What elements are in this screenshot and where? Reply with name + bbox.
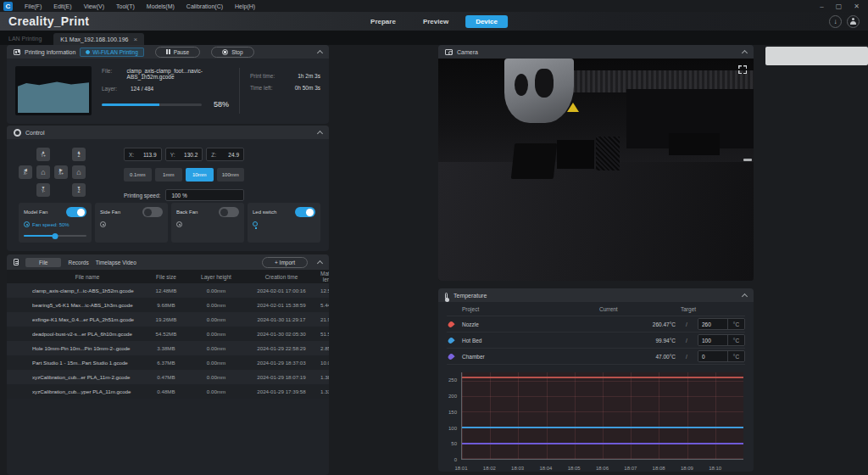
tab-file[interactable]: File xyxy=(25,258,61,267)
badge-label: Wi-Fi/LAN Printing xyxy=(92,49,137,55)
menu-models[interactable]: Models(M) xyxy=(147,3,175,9)
divider xyxy=(239,68,240,114)
home-xy-button[interactable]: ⌂ xyxy=(36,165,50,179)
jog-y-minus-button[interactable]: ▼Y- xyxy=(36,183,50,197)
step-0.1mm-button[interactable]: 0.1mm xyxy=(124,168,152,182)
v-gridline xyxy=(659,372,659,459)
layer-value: 124 / 484 xyxy=(131,86,153,92)
lan-printing-label[interactable]: LAN Printing xyxy=(8,36,42,45)
step-100mm-button[interactable]: 100mm xyxy=(217,168,245,182)
table-row[interactable]: xyzCalibration_cub...yper PLA_11m.gcode0… xyxy=(7,384,329,399)
collapse-chevron-icon[interactable] xyxy=(317,50,323,56)
camera-title: Camera xyxy=(457,49,478,55)
progress-percent: 58% xyxy=(214,100,229,109)
window-close-icon[interactable]: ✕ xyxy=(854,3,860,10)
device-tab-close-icon[interactable]: × xyxy=(133,36,137,43)
window-minimize-icon[interactable]: – xyxy=(820,3,823,10)
y-tick-label: 200 xyxy=(448,394,457,399)
v-gridline xyxy=(687,372,688,459)
jog-x-minus-button[interactable]: ◀X- xyxy=(19,165,32,179)
collapse-chevron-icon[interactable] xyxy=(317,131,323,137)
z-position-field[interactable]: Z:24.9 xyxy=(206,148,244,161)
hotbed-temp-icon xyxy=(447,336,454,344)
menu-help[interactable]: Help(H) xyxy=(235,3,255,9)
jog-x-plus-button[interactable]: ▶X+ xyxy=(54,165,68,179)
nav-tab-prepare[interactable]: Prepare xyxy=(360,15,406,28)
collapse-chevron-icon[interactable] xyxy=(317,260,323,266)
chamber-label: Chamber xyxy=(462,354,485,360)
x-tick-label: 18:03 xyxy=(511,466,524,471)
stop-button[interactable]: Stop xyxy=(211,47,253,58)
pause-label: Pause xyxy=(174,49,189,55)
jog-z-down-button[interactable]: ▼Z xyxy=(72,183,86,197)
led-switch-toggle[interactable] xyxy=(295,207,315,217)
nozzle-target-field[interactable] xyxy=(698,319,727,329)
nav-tab-preview[interactable]: Preview xyxy=(413,15,459,28)
hotbed-target-field[interactable] xyxy=(698,335,727,345)
home-icon: ⌂ xyxy=(41,169,45,176)
x-tick-label: 18:06 xyxy=(596,466,609,471)
side-fan-toggle[interactable] xyxy=(142,207,163,217)
fan-speed-slider[interactable] xyxy=(24,235,86,237)
hotbed-temp-row: Hot Bed 99.94°C / °C xyxy=(447,332,745,349)
import-button[interactable]: + Import xyxy=(262,257,308,268)
hotbed-target-input[interactable]: °C xyxy=(698,334,745,346)
table-row[interactable]: deadpool-bust-v2-s...er PLA_6h10m.gcode5… xyxy=(7,327,329,341)
table-row[interactable]: xyzCalibration_cub...er PLA_11m-2.gcode0… xyxy=(7,370,329,384)
step-1mm-button[interactable]: 1mm xyxy=(155,168,183,182)
control-title: Control xyxy=(25,130,45,136)
chamber-target-input[interactable]: °C xyxy=(698,350,745,362)
fullscreen-expand-icon[interactable] xyxy=(738,65,747,74)
temperature-panel: Temperature Project Current Target Nozzl… xyxy=(438,288,754,472)
table-row[interactable]: Part Studio 1 - 15m...Part Studio 1.gcod… xyxy=(7,355,329,370)
jog-y-plus-button[interactable]: ▲Y+ xyxy=(36,148,50,161)
table-row[interactable]: clamp_axis-clamp_f...ic-ABS_1h52m.gcode1… xyxy=(7,283,329,298)
col-target: Target xyxy=(681,306,733,312)
model-fan-toggle[interactable] xyxy=(66,207,86,217)
light-panel xyxy=(765,47,868,65)
menu-tool[interactable]: Tool(T) xyxy=(116,3,135,9)
pause-button[interactable]: Pause xyxy=(155,47,200,58)
menu-edit[interactable]: Edit(E) xyxy=(53,3,71,9)
step-10mm-button[interactable]: 10mm xyxy=(186,168,214,182)
table-row[interactable]: bearing5_v6-K1 Max...ic-ABS_1h3m.gcode9.… xyxy=(7,298,329,312)
window-maximize-icon[interactable]: ▢ xyxy=(836,3,843,10)
collapse-chevron-icon[interactable] xyxy=(742,293,748,299)
back-fan-toggle[interactable] xyxy=(219,207,239,217)
download-button[interactable]: ↓ xyxy=(829,15,842,28)
nav-tab-device[interactable]: Device xyxy=(465,15,508,28)
file-table-body: clamp_axis-clamp_f...ic-ABS_1h52m.gcode1… xyxy=(7,283,329,399)
x-tick-label: 18:05 xyxy=(568,466,581,471)
tab-timelapse-video[interactable]: Timelapse Video xyxy=(96,260,136,265)
fan-speed-knob[interactable] xyxy=(53,233,58,239)
tab-records[interactable]: Records xyxy=(68,260,88,265)
x-position-field[interactable]: X:113.9 xyxy=(124,148,162,161)
print-head-cutout xyxy=(535,69,554,98)
jog-z-up-button[interactable]: ▲Z xyxy=(72,148,86,161)
table-row[interactable]: Hole 10mm-Pin 10m...Pin 10mm-2-.gcode3.3… xyxy=(7,341,329,355)
menu-file[interactable]: File(F) xyxy=(25,3,42,9)
table-row[interactable]: exfinge-K1 Max_0.4...er PLA_2h51m.gcode1… xyxy=(7,312,329,327)
device-tab[interactable]: K1 Max_192.168.100.196 × xyxy=(53,33,144,45)
printing-speed-input[interactable]: 100 % xyxy=(165,189,244,201)
warning-triangle-sticker xyxy=(567,103,579,112)
menu-calibration[interactable]: Calibration(C) xyxy=(186,3,223,9)
account-button[interactable] xyxy=(847,15,860,28)
printing-speed-label: Printing speed: xyxy=(124,193,160,198)
series-line-chamber xyxy=(462,443,743,444)
nozzle-target-input[interactable]: °C xyxy=(698,318,745,330)
y-position-field[interactable]: Y:130.2 xyxy=(165,148,203,161)
nozzle-current-value: 260.47°C xyxy=(616,321,676,327)
hotbed-label: Hot Bed xyxy=(462,338,482,344)
y-tick-label: 150 xyxy=(448,410,457,415)
collapse-chevron-icon[interactable] xyxy=(742,50,748,56)
col-project: Project xyxy=(462,306,479,312)
printer-part xyxy=(669,133,720,155)
chamber-target-field[interactable] xyxy=(698,351,727,361)
home-z-button[interactable]: ⌂ xyxy=(72,165,86,179)
layer-label: Layer: xyxy=(102,86,124,92)
x-tick-label: 18:08 xyxy=(653,466,665,471)
menu-bar: C File(F) Edit(E) View(V) Tool(T) Models… xyxy=(0,0,868,12)
menu-view[interactable]: View(V) xyxy=(84,3,104,9)
v-gridline xyxy=(631,372,632,459)
